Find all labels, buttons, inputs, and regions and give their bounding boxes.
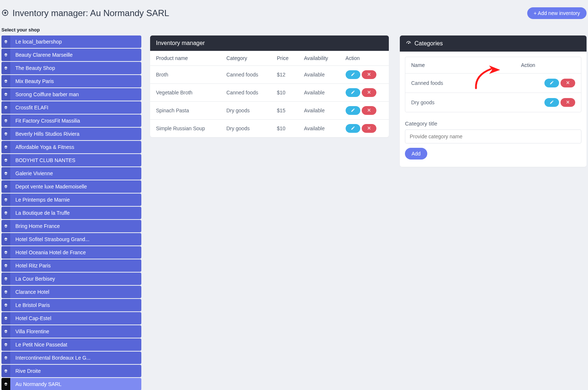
delete-product-button[interactable] [362,70,376,79]
shop-icon [1,246,10,259]
edit-product-button[interactable] [346,88,360,97]
x-icon [566,100,570,105]
edit-product-button[interactable] [346,124,360,133]
shop-icon [1,378,10,390]
edit-category-button[interactable] [544,79,559,87]
product-category-cell: Canned foods [220,66,271,84]
shop-item[interactable]: Le Printemps de Marnie [1,194,141,206]
shop-icon [1,194,10,206]
shop-item[interactable]: Mix Beauty Paris [1,75,141,87]
add-inventory-button[interactable]: + Add new inventory [527,7,587,19]
shop-icon [1,49,10,61]
shop-icon [1,220,10,232]
shop-item[interactable]: Le Petit Nice Passedat [1,338,141,351]
product-price-cell: $12 [271,66,298,84]
shop-item[interactable]: Rive Droite [1,365,141,377]
product-price-cell: $10 [271,120,298,138]
delete-product-button[interactable] [362,88,376,97]
inventory-title: Inventory manager [156,40,205,46]
shop-icon [1,352,10,364]
shop-icon [1,101,10,114]
pencil-icon [351,126,355,131]
categories-column-header: Action [515,57,581,74]
categories-column-header: Name [405,57,515,74]
shop-item[interactable]: Clarance Hotel [1,286,141,298]
shop-icon [1,312,10,325]
edit-product-button[interactable] [346,106,360,115]
product-category-cell: Canned foods [220,84,271,102]
category-name-input[interactable] [405,130,581,143]
shop-item[interactable]: Depot vente luxe Mademoiselle [1,180,141,193]
shop-item[interactable]: Crossfit ELAFI [1,101,141,114]
shop-icon [1,180,10,193]
shop-item-label: BODYHIT CLUB NANTES [10,157,81,163]
shop-item-label: Au Normandy SARL [10,381,67,387]
product-price-cell: $10 [271,84,298,102]
inventory-column-header: Price [271,51,298,66]
shop-item[interactable]: Intercontinental Bordeaux Le G... [1,352,141,364]
shop-item[interactable]: Affordable Yoga & Fitness [1,141,141,153]
shop-item[interactable]: Le Bristol Paris [1,299,141,311]
table-row: Canned foods [405,74,581,93]
inventory-table: Product nameCategoryPriceAvailabilityAct… [150,51,389,137]
shop-item[interactable]: Hotel Oceania Hotel de France [1,246,141,259]
delete-category-button[interactable] [561,98,575,107]
shop-item-label: The Beauty Shop [10,65,60,71]
shop-item[interactable]: Fit Factory CrossFit Massilia [1,115,141,127]
x-icon [367,90,371,95]
shop-item[interactable]: La Cour Berbisey [1,273,141,285]
table-row: Vegetable BrothCanned foods$10Available [150,84,389,102]
product-action-cell [340,102,389,120]
arrow-right-circle-icon [1,9,9,18]
product-category-cell: Dry goods [220,102,271,120]
shop-item[interactable]: Hotel Sofitel Strasbourg Grand... [1,233,141,245]
pencil-icon [351,108,355,113]
shop-item-label: Bring Home France [10,223,65,229]
categories-title: Categories [414,40,443,47]
shop-item[interactable]: BODYHIT CLUB NANTES [1,154,141,166]
shop-item[interactable]: Galerie Vivienne [1,167,141,180]
categories-card-header: Categories [400,35,587,52]
delete-product-button[interactable] [362,124,376,133]
shop-icon [1,233,10,245]
shop-item[interactable]: Hotel Ritz Paris [1,259,141,272]
page-title: Inventory manager: Au Normandy SARL [12,8,527,18]
shop-item[interactable]: La Boutique de la Truffe [1,207,141,219]
categories-table: NameAction Canned foodsDry goods [405,57,581,112]
shop-item[interactable]: The Beauty Shop [1,62,141,74]
shop-icon [1,338,10,351]
add-category-button[interactable]: Add [405,148,427,160]
product-availability-cell: Available [298,120,339,138]
pencil-icon [550,80,554,86]
shop-item-label: La Cour Berbisey [10,276,60,282]
delete-category-button[interactable] [561,79,575,87]
shop-item[interactable]: Au Normandy SARL [1,378,141,390]
edit-product-button[interactable] [346,70,360,79]
shop-item[interactable]: Hotel Cap-Estel [1,312,141,325]
gauge-icon [406,40,412,47]
shop-item-label: Crossfit ELAFI [10,105,53,110]
edit-category-button[interactable] [544,98,559,107]
shop-item-label: Mix Beauty Paris [10,78,59,84]
shop-item-label: Hotel Sofitel Strasbourg Grand... [10,236,94,242]
shop-icon [1,259,10,272]
product-availability-cell: Available [298,102,339,120]
shop-item-label: Fit Factory CrossFit Massilia [10,118,85,124]
shop-item[interactable]: Bring Home France [1,220,141,232]
category-name-cell: Dry goods [405,93,515,112]
product-name-cell: Broth [150,66,220,84]
category-action-cell [515,93,581,112]
inventory-column-header: Availability [298,51,339,66]
shop-item[interactable]: Beverly Hills Studios Riviera [1,128,141,140]
shop-item[interactable]: Sorong Coiffure barber man [1,88,141,101]
shop-icon [1,207,10,219]
table-row: BrothCanned foods$12Available [150,66,389,84]
shop-list: Le local_barbershopBeauty Clarene Marsei… [1,35,141,390]
shop-item[interactable]: Beauty Clarene Marseille [1,49,141,61]
shop-item[interactable]: Le local_barbershop [1,35,141,48]
shop-item-label: La Boutique de la Truffe [10,210,75,216]
shop-item-label: Clarance Hotel [10,289,55,295]
shop-icon [1,286,10,298]
shop-item[interactable]: Villa Florentine [1,325,141,338]
delete-product-button[interactable] [362,106,376,115]
